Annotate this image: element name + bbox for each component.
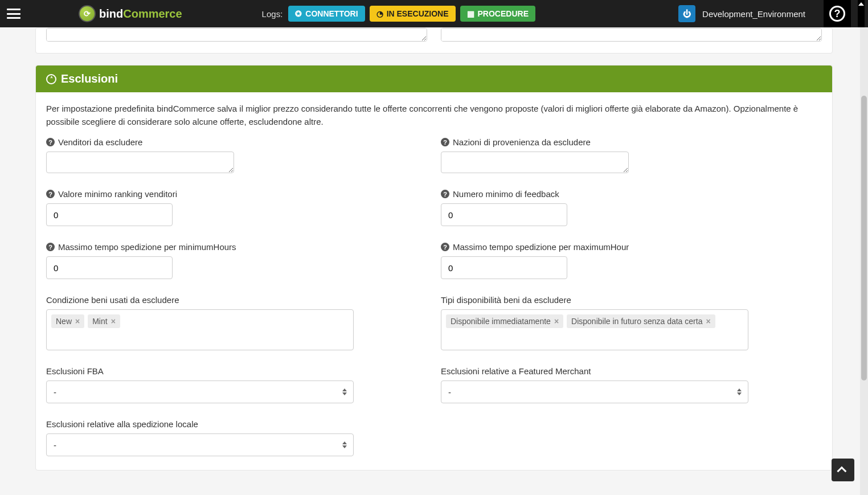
clock-icon: ◔: [376, 9, 383, 18]
input-max-sped-min[interactable]: [46, 256, 173, 279]
info-icon[interactable]: ?: [441, 138, 449, 146]
calendar-icon: ▦: [467, 9, 474, 18]
chevron-up-icon: ˄: [46, 74, 56, 84]
info-icon[interactable]: ?: [441, 243, 449, 251]
form-grid: ? Venditori da escludere ? Nazioni di pr…: [36, 137, 832, 470]
logo[interactable]: ⟳ bindCommerce: [79, 5, 182, 22]
tag-label: New: [56, 317, 72, 326]
group-min-ranking: ? Valore minimo ranking venditori: [46, 189, 427, 226]
hamburger-icon: [7, 9, 21, 19]
label-max-sped-min: ? Massimo tempo spedizione per minimumHo…: [46, 242, 427, 252]
env-name: Development_Environment: [702, 9, 805, 19]
input-min-ranking[interactable]: [46, 203, 173, 226]
group-max-sped-max: ? Massimo tempo spedizione per maximumHo…: [441, 242, 822, 279]
tag-remove-icon[interactable]: ×: [111, 317, 116, 326]
label-min-ranking: ? Valore minimo ranking venditori: [46, 189, 427, 199]
tag-remove-icon[interactable]: ×: [706, 317, 710, 326]
tag-item: New ×: [51, 314, 84, 328]
page-wrap: ˄ Esclusioni Per impostazione predefinit…: [0, 27, 868, 471]
group-esclusioni-featured: Esclusioni relative a Featured Merchant …: [441, 366, 822, 403]
label-max-sped-max: ? Massimo tempo spedizione per maximumHo…: [441, 242, 822, 252]
label-venditori-escludere: ? Venditori da escludere: [46, 137, 427, 147]
label-condizione-usati: Condizione beni usati da escludere: [46, 295, 427, 305]
previous-card: [35, 27, 833, 54]
group-esclusioni-locale: Esclusioni relative alla spedizione loca…: [46, 419, 427, 456]
scrollbar-track[interactable]: [860, 27, 868, 482]
group-esclusioni-fba: Esclusioni FBA -: [46, 366, 427, 403]
input-nazioni-escludere[interactable]: [441, 152, 629, 173]
group-min-feedback: ? Numero minimo di feedback: [441, 189, 822, 226]
esclusioni-description: Per impostazione predefinita bindCommerc…: [36, 92, 832, 137]
esecuzione-button[interactable]: ◔ IN ESECUZIONE: [370, 6, 456, 22]
label-esclusioni-fba: Esclusioni FBA: [46, 366, 427, 376]
label-min-feedback: ? Numero minimo di feedback: [441, 189, 822, 199]
scrollbar-thumb[interactable]: [861, 96, 867, 381]
label-esclusioni-locale: Esclusioni relative alla spedizione loca…: [46, 419, 427, 429]
info-icon[interactable]: ?: [441, 190, 449, 198]
tagbox-tipi-disponibilita[interactable]: Disponibile immediatamente × Disponibile…: [441, 309, 748, 350]
tag-item: Disponibile immediatamente ×: [446, 314, 563, 328]
procedure-button[interactable]: ▦ PROCEDURE: [460, 6, 535, 22]
chevron-up-icon: [837, 467, 846, 476]
esclusioni-header[interactable]: ˄ Esclusioni: [36, 66, 832, 92]
tag-item: Mint ×: [88, 314, 120, 328]
group-nazioni-escludere: ? Nazioni di provenienza da escludere: [441, 137, 822, 173]
input-venditori-escludere[interactable]: [46, 152, 234, 173]
select-esclusioni-locale[interactable]: -: [46, 433, 354, 456]
logs-label: Logs:: [262, 9, 283, 19]
tag-remove-icon[interactable]: ×: [75, 317, 80, 326]
label-esclusioni-featured: Esclusioni relative a Featured Merchant: [441, 366, 822, 376]
esclusioni-card: ˄ Esclusioni Per impostazione predefinit…: [35, 65, 833, 471]
tag-remove-icon[interactable]: ×: [554, 317, 559, 326]
select-esclusioni-fba[interactable]: -: [46, 381, 354, 403]
top-center: Logs: ✪ CONNETTORI ◔ IN ESECUZIONE ▦ PRO…: [262, 6, 535, 22]
label-tipi-disponibilita: Tipi disponibilità beni da escludere: [441, 295, 822, 305]
info-icon[interactable]: ?: [46, 138, 55, 146]
side-toggle[interactable]: [858, 0, 865, 27]
group-condizione-usati: Condizione beni usati da escludere New ×…: [46, 295, 427, 350]
procedure-label: PROCEDURE: [478, 9, 529, 18]
label-nazioni-escludere: ? Nazioni di provenienza da escludere: [441, 137, 822, 147]
tag-label: Disponibile immediatamente: [451, 317, 551, 326]
tag-label: Disponibile in futuro senza data certa: [571, 317, 702, 326]
info-icon[interactable]: ?: [46, 190, 55, 198]
top-bar: ⟳ bindCommerce Logs: ✪ CONNETTORI ◔ IN E…: [0, 0, 868, 27]
tag-label: Mint: [92, 317, 107, 326]
esclusioni-title: Esclusioni: [61, 72, 118, 85]
group-venditori-escludere: ? Venditori da escludere: [46, 137, 427, 173]
group-tipi-disponibilita: Tipi disponibilità beni da escludere Dis…: [441, 295, 822, 350]
input-max-sped-max[interactable]: [441, 256, 567, 279]
menu-toggle[interactable]: [0, 0, 27, 27]
scroll-to-top-button[interactable]: [832, 459, 854, 481]
help-icon: ?: [829, 6, 845, 22]
connettori-label: CONNETTORI: [305, 9, 358, 18]
logo-icon: ⟳: [79, 5, 96, 22]
connettori-button[interactable]: ✪ CONNETTORI: [288, 6, 365, 22]
env-icon[interactable]: ⏻: [678, 5, 695, 22]
tagbox-condizione-usati[interactable]: New × Mint ×: [46, 309, 354, 350]
prev-textarea-right[interactable]: [441, 28, 822, 42]
top-right: ⏻ Development_Environment ?: [678, 0, 868, 27]
triangle-up-icon: [858, 2, 864, 6]
sync-icon: ✪: [295, 9, 302, 18]
select-esclusioni-featured[interactable]: -: [441, 381, 748, 403]
help-button[interactable]: ?: [824, 0, 851, 27]
prev-textarea-left[interactable]: [46, 28, 427, 42]
input-min-feedback[interactable]: [441, 203, 567, 226]
prev-textarea-row: [36, 28, 832, 53]
info-icon[interactable]: ?: [46, 243, 55, 251]
esecuzione-label: IN ESECUZIONE: [387, 9, 449, 18]
group-max-sped-min: ? Massimo tempo spedizione per minimumHo…: [46, 242, 427, 279]
logo-text: bindCommerce: [99, 7, 182, 21]
tag-item: Disponibile in futuro senza data certa ×: [567, 314, 715, 328]
